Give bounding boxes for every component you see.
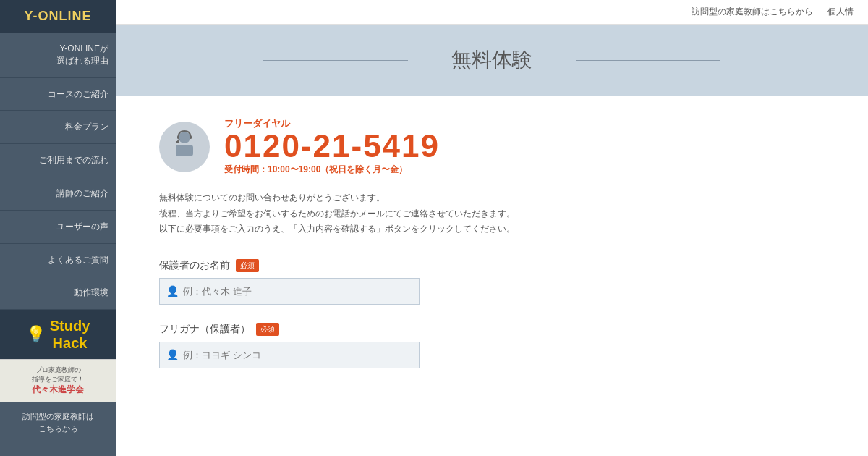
sidebar-logo[interactable]: Y-ONLINE [0,0,116,33]
content-area: フリーダイヤル 0120-21-5419 受付時間：10:00〜19:00（祝日… [116,96,868,456]
hero-line-left [263,60,408,61]
sidebar-item-faq[interactable]: よくあるご質問 [0,244,116,277]
phone-section: フリーダイヤル 0120-21-5419 受付時間：10:00〜19:00（祝日… [159,117,825,176]
top-bar: 訪問型の家庭教師はこちらから 個人情 [116,0,868,25]
svg-rect-5 [176,141,179,143]
furigana-input[interactable] [159,342,420,368]
sidebar-item-courses[interactable]: コースのご紹介 [0,78,116,111]
svg-rect-1 [176,145,193,156]
form-label-guardian-name: 保護者のお名前 必須 [159,259,825,272]
study-hack-banner[interactable]: 💡 Study Hack [0,310,116,359]
phone-info: フリーダイヤル 0120-21-5419 受付時間：10:00〜19:00（祝日… [224,117,440,176]
main-content: 訪問型の家庭教師はこちらから 個人情 無料体験 [116,0,868,456]
svg-point-0 [179,132,190,143]
sidebar-item-pricing[interactable]: 料金プラン [0,111,116,144]
sidebar-item-flow[interactable]: ご利用までの流れ [0,144,116,177]
description-text: 無料体験についてのお問い合わせありがとうございます。 後程、当方よりご希望をお伺… [159,190,825,237]
person-icon-2: 👤 [166,349,179,360]
study-hack-icon: 💡 [26,325,46,344]
ad-banner-text: プロ家庭教師の指導をご家庭で！ [6,366,110,384]
form-group-furigana: フリガナ（保護者） 必須 👤 [159,323,825,368]
ad-banner[interactable]: プロ家庭教師の指導をご家庭で！ 代々木進学会 [0,359,116,402]
hero-line-right [576,60,720,61]
form-group-guardian-name: 保護者のお名前 必須 👤 [159,259,825,305]
required-badge-guardian-name: 必須 [236,259,259,272]
svg-rect-3 [190,135,192,139]
sidebar-item-reason[interactable]: Y-ONLINEが選ばれる理由 [0,33,116,78]
svg-rect-2 [177,135,179,139]
hero-section: 無料体験 [116,25,868,96]
sidebar-item-environment[interactable]: 動作環境 [0,276,116,310]
sidebar-item-voices[interactable]: ユーザーの声 [0,211,116,244]
hero-title: 無料体験 [451,46,532,74]
guardian-name-input-wrapper: 👤 [159,278,420,305]
study-hack-title: Study Hack [50,317,90,352]
phone-number: 0120-21-5419 [224,130,440,162]
ad-banner-name: 代々木進学会 [6,384,110,396]
visit-link[interactable]: 訪問型の家庭教師はこちらから [692,6,813,18]
phone-hours: 受付時間：10:00〜19:00（祝日を除く月〜金） [224,164,440,176]
person-icon: 👤 [166,285,179,297]
required-badge-furigana: 必須 [256,323,279,336]
furigana-input-wrapper: 👤 [159,342,420,368]
guardian-name-input[interactable] [159,278,420,305]
visit-teacher-banner[interactable]: 訪問型の家庭教師はこちらから [0,402,116,443]
sidebar-item-teachers[interactable]: 講師のご紹介 [0,177,116,211]
personal-link[interactable]: 個人情 [827,6,854,18]
form-label-furigana: フリガナ（保護者） 必須 [159,323,825,336]
phone-operator-icon [159,122,210,172]
sidebar: Y-ONLINE Y-ONLINEが選ばれる理由 コースのご紹介 料金プラン ご… [0,0,116,456]
